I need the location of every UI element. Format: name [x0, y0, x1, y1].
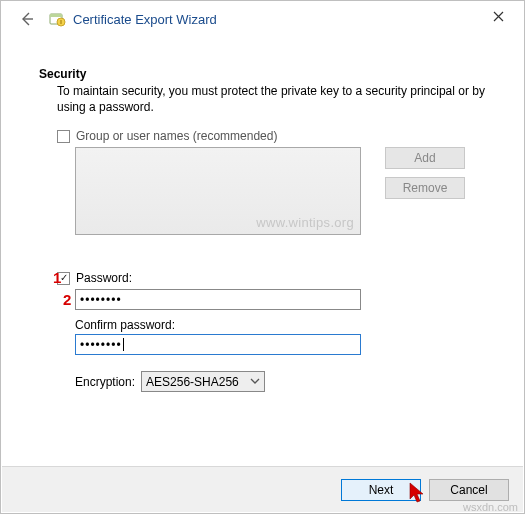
chevron-down-icon — [250, 375, 260, 389]
close-button[interactable] — [478, 2, 518, 30]
password-block: 1 2 3 Password: •••••••• Confirm passwor… — [57, 271, 486, 392]
watermark-center: www.wintips.org — [256, 215, 354, 230]
wizard-window: Certificate Export Wizard Security To ma… — [0, 0, 525, 514]
titlebar: Certificate Export Wizard — [1, 1, 524, 37]
group-area: www.wintips.org Add Remove — [39, 147, 486, 235]
password-input[interactable]: •••••••• — [75, 289, 361, 310]
annotation-2: 2 — [63, 291, 71, 308]
confirm-password-input[interactable]: •••••••• — [75, 334, 361, 355]
cancel-button[interactable]: Cancel — [429, 479, 509, 501]
password-label: Password: — [76, 271, 132, 285]
next-button[interactable]: Next — [341, 479, 421, 501]
confirm-password-value: •••••••• — [80, 338, 122, 352]
back-arrow-icon — [19, 11, 35, 27]
encryption-row: Encryption: AES256-SHA256 — [75, 371, 486, 392]
section-heading: Security — [39, 67, 486, 81]
add-button[interactable]: Add — [385, 147, 465, 169]
confirm-password-label: Confirm password: — [75, 318, 486, 332]
text-caret — [123, 338, 124, 351]
encryption-label: Encryption: — [75, 375, 135, 389]
group-checkbox[interactable] — [57, 130, 70, 143]
annotation-1: 1 — [53, 269, 61, 286]
watermark-corner: wsxdn.com — [463, 501, 518, 513]
password-option-row: Password: — [57, 271, 486, 285]
remove-button[interactable]: Remove — [385, 177, 465, 199]
password-value: •••••••• — [80, 293, 122, 307]
window-title: Certificate Export Wizard — [73, 12, 478, 27]
wizard-body: Security To maintain security, you must … — [1, 37, 524, 392]
close-icon — [493, 11, 504, 22]
principal-buttons: Add Remove — [385, 147, 465, 199]
wizard-footer: Next Cancel — [2, 466, 523, 512]
svg-rect-1 — [50, 14, 62, 17]
section-description: To maintain security, you must protect t… — [39, 83, 486, 115]
wizard-icon — [47, 9, 67, 29]
svg-rect-3 — [60, 20, 62, 24]
back-button[interactable] — [15, 7, 39, 31]
group-option-row: Group or user names (recommended) — [57, 129, 486, 143]
encryption-select[interactable]: AES256-SHA256 — [141, 371, 265, 392]
group-label: Group or user names (recommended) — [76, 129, 277, 143]
principals-listbox[interactable]: www.wintips.org — [75, 147, 361, 235]
encryption-value: AES256-SHA256 — [146, 375, 239, 389]
